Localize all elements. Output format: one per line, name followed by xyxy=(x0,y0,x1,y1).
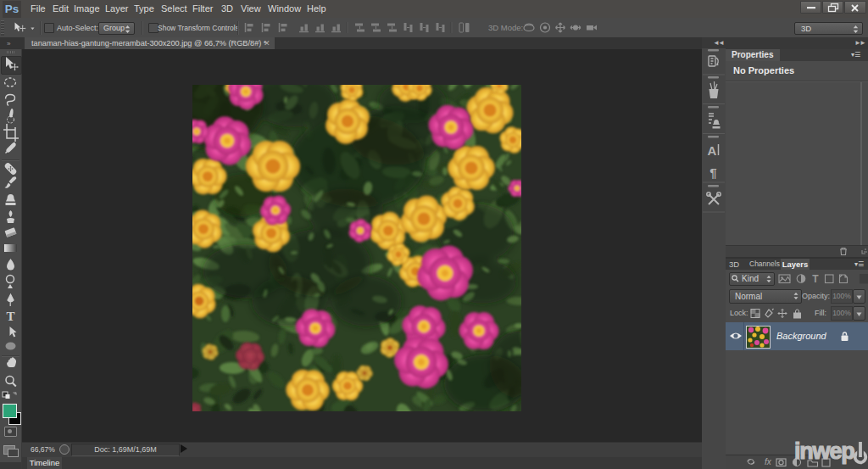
svg-text:¶: ¶ xyxy=(709,165,716,180)
svg-text:fx: fx xyxy=(765,457,772,466)
svg-text:T: T xyxy=(6,310,14,323)
svg-text:T: T xyxy=(812,273,819,285)
svg-text:A: A xyxy=(708,143,717,158)
